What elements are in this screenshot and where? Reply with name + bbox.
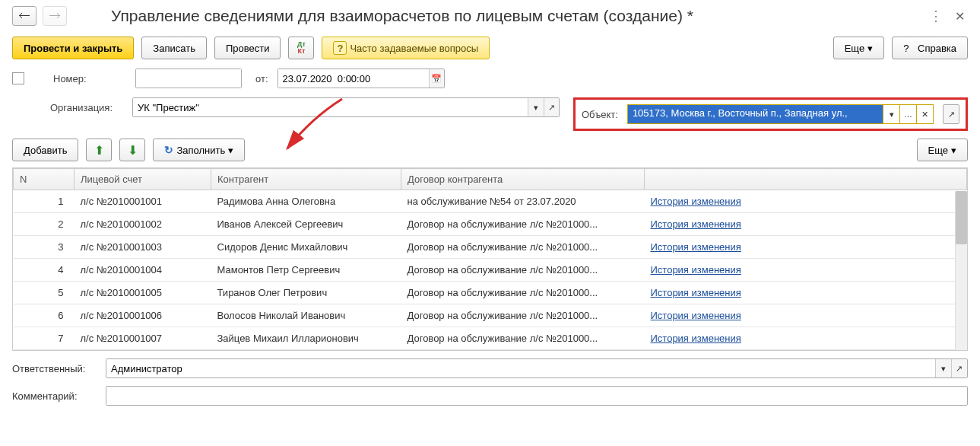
add-row-button[interactable]: Добавить [12,139,78,161]
table-header-row: N Лицевой счет Контрагент Договор контра… [14,169,967,190]
table-scrollbar[interactable] [955,191,967,350]
dtkt-button[interactable]: ДтКт [288,37,314,59]
help-button[interactable]: ? Справка [892,37,968,59]
object-open-icon[interactable]: ↗ [943,104,959,124]
help-label: Справка [918,43,956,54]
kebab-menu-icon[interactable]: ⋮ [929,8,943,24]
arrow-down-icon: ⬇ [128,143,138,158]
chevron-down-icon: ▾ [228,145,233,156]
object-dropdown-icon[interactable]: ▾ [883,105,899,123]
nav-back-button[interactable]: 🡐 [12,6,36,26]
table-row[interactable]: 7л/с №2010001007Зайцев Михаил Илларионов… [14,327,967,350]
responsible-input[interactable] [106,359,935,378]
cell-counterparty: Мамонтов Петр Сергеевич [211,259,401,282]
col-counterparty[interactable]: Контрагент [211,169,401,190]
cell-contract: на обслуживание №54 от 23.07.2020 [401,190,645,213]
history-link[interactable]: История изменения [651,310,741,321]
cell-contract: Договор на обслуживание л/с №201000... [401,327,645,350]
cell-counterparty: Сидоров Денис Михайлович [211,236,401,259]
org-open-icon[interactable]: ↗ [544,98,559,116]
chevron-down-icon: ▾ [951,145,956,156]
cell-contract: Договор на обслуживание л/с №201000... [401,213,645,236]
post-button[interactable]: Провести [214,37,281,59]
table-row[interactable]: 5л/с №2010001005Тиранов Олег ПетровичДог… [14,282,967,304]
close-icon[interactable]: ✕ [952,9,968,24]
history-link[interactable]: История изменения [651,333,741,344]
cell-counterparty: Зайцев Михаил Илларионович [211,327,401,350]
save-button[interactable]: Записать [141,37,207,59]
col-n[interactable]: N [14,169,75,190]
org-dropdown-icon[interactable]: ▾ [528,98,543,116]
cell-account: л/с №2010001007 [75,327,211,350]
cell-n: 1 [14,190,75,213]
arrow-up-icon: ⬆ [94,143,104,158]
comment-label: Комментарий: [12,390,100,402]
cell-counterparty: Иванов Алексей Сергеевич [211,213,401,236]
cell-account: л/с №2010001006 [75,304,211,327]
comment-input[interactable] [106,387,967,405]
fill-label: Заполнить [176,145,225,156]
number-input[interactable] [136,69,241,88]
org-input[interactable] [133,98,528,116]
cell-n: 7 [14,327,75,350]
move-down-button[interactable]: ⬇ [119,139,145,161]
nav-forward-button[interactable]: 🡒 [43,6,67,26]
col-account[interactable]: Лицевой счет [75,169,211,190]
cell-counterparty: Тиранов Олег Петрович [211,282,401,304]
cell-n: 2 [14,213,75,236]
number-label: Номер: [53,73,129,84]
col-history[interactable] [645,169,967,190]
org-label: Организация: [50,102,126,113]
faq-label: Часто задаваемые вопросы [350,43,478,54]
table-row[interactable]: 4л/с №2010001004Мамонтов Петр СергеевичД… [14,259,967,282]
object-input-wrap: 105173, Москва г., Восточный п., Западна… [627,104,934,124]
cell-account: л/с №2010001001 [75,190,211,213]
table-row[interactable]: 2л/с №2010001002Иванов Алексей Сергеевич… [14,213,967,236]
cell-account: л/с №2010001002 [75,213,211,236]
cell-contract: Договор на обслуживание л/с №201000... [401,282,645,304]
calendar-icon[interactable]: 📅 [429,69,444,88]
cell-account: л/с №2010001004 [75,259,211,282]
fill-arrow-icon: ↻ [164,144,173,156]
object-highlight-box: Объект: 105173, Москва г., Восточный п.,… [573,97,968,131]
history-link[interactable]: История изменения [651,264,741,276]
dtkt-icon: ДтКт [297,41,306,55]
history-link[interactable]: История изменения [651,287,741,298]
faq-button[interactable]: ? Часто задаваемые вопросы [322,37,490,59]
cell-counterparty: Волосов Николай Иванович [211,304,401,327]
more-label: Еще [845,43,864,54]
cell-counterparty: Радимова Анна Олеговна [211,190,401,213]
chevron-down-icon: ▾ [867,43,873,54]
object-select-icon[interactable]: … [899,105,916,123]
cell-account: л/с №2010001005 [75,282,211,304]
cell-contract: Договор на обслуживание л/с №201000... [401,236,645,259]
table-row[interactable]: 3л/с №2010001003Сидоров Денис Михайлович… [14,236,967,259]
col-contract[interactable]: Договор контрагента [401,169,645,190]
table-row[interactable]: 6л/с №2010001006Волосов Николай Иванович… [14,304,967,327]
history-link[interactable]: История изменения [651,241,741,253]
responsible-open-icon[interactable]: ↗ [951,359,967,378]
object-input[interactable]: 105173, Москва г., Восточный п., Западна… [628,105,883,123]
table-more-label: Еще [928,145,948,156]
cell-contract: Договор на обслуживание л/с №201000... [401,259,645,282]
fill-button[interactable]: ↻ Заполнить ▾ [153,139,245,161]
history-link[interactable]: История изменения [651,196,741,207]
page-title: Управление сведениями для взаиморасчетов… [111,7,923,25]
date-label: от: [255,73,268,84]
cell-account: л/с №2010001003 [75,236,211,259]
date-input[interactable] [278,69,429,88]
responsible-dropdown-icon[interactable]: ▾ [935,359,951,378]
post-and-close-button[interactable]: Провести и закрыть [12,37,134,59]
more-button[interactable]: Еще ▾ [833,37,884,59]
cell-n: 6 [14,304,75,327]
object-clear-icon[interactable]: ✕ [916,105,933,123]
responsible-label: Ответственный: [12,363,100,374]
table-more-button[interactable]: Еще ▾ [917,139,968,161]
table-row[interactable]: 1л/с №2010001001Радимова Анна Олеговнана… [14,190,967,213]
move-up-button[interactable]: ⬆ [86,139,112,161]
doclog-icon [12,72,24,84]
cell-n: 4 [14,259,75,282]
cell-n: 5 [14,282,75,304]
accounts-table: N Лицевой счет Контрагент Договор контра… [12,167,968,351]
history-link[interactable]: История изменения [651,218,741,230]
